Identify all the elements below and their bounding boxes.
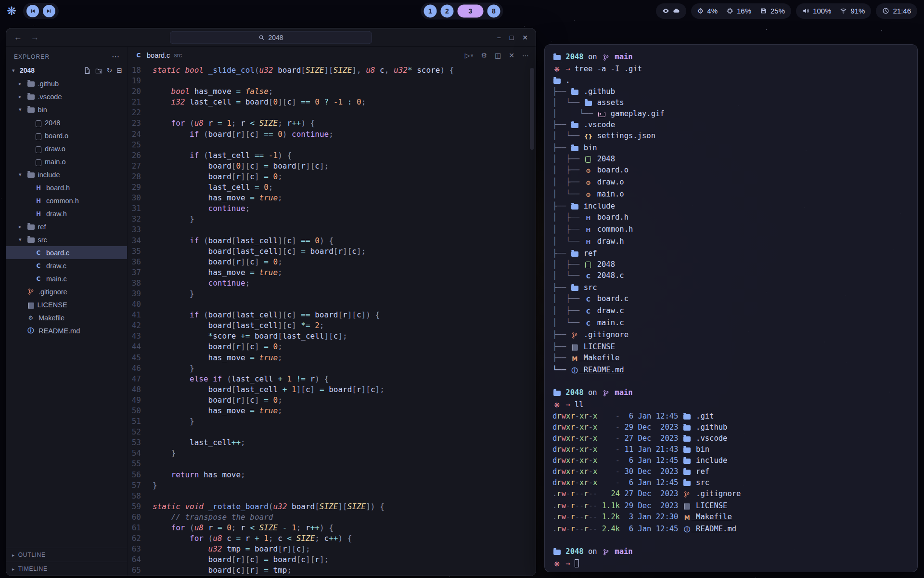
code-text: i32 last_cell = board[0][c] == 0 ? -1 : … [153,97,366,107]
terminal-output: 2048 on main❋ → tree -a -I .git .├── .gi… [552,52,913,570]
tree-item-main.o[interactable]: main.o [6,155,127,168]
scrollbar-thumb[interactable] [530,68,534,150]
close-button[interactable]: ✕ [522,34,528,41]
folder-icon [571,251,578,257]
vscode-window[interactable]: ← → 2048 − □ ✕ EXPLORER ⋯ ▾ 204 [6,28,536,576]
folder-icon [683,425,691,431]
terminal-window[interactable]: 2048 on main❋ → tree -a -I .git .├── .gi… [544,44,918,572]
media-next-button[interactable] [43,5,55,17]
tree-item-main.c[interactable]: Cmain.c [6,272,127,285]
code-line: 30 has_move = true; [128,193,536,203]
code-line: 47 else if (last_cell + 1 != r) { [128,374,536,384]
gear-icon[interactable]: ⚙ [481,52,487,59]
terminal-line: drwxr-xr-x - 29 Dec 2023 .github [552,422,913,433]
code-line: 38 continue; [128,278,536,289]
tree-item-common.h[interactable]: Hcommon.h [6,194,127,207]
code-editor[interactable]: 18static bool _slide_col(u32 board[SIZE]… [128,64,536,576]
terminal-line: │ └── ⚙ main.o [552,189,913,201]
workspace-2[interactable]: 2 [441,4,454,17]
file-icon [36,159,41,166]
split-icon[interactable]: ◫ [495,52,501,59]
branch-icon [602,388,610,399]
editor-column: C board.c src ▷˅⚙◫✕⋯ 18static bool _slid… [128,47,536,576]
back-arrow-button[interactable]: ← [14,33,22,42]
explorer-more-icon[interactable]: ⋯ [112,52,119,61]
line-number: 42 [128,320,153,331]
workspace-1[interactable]: 1 [424,4,437,17]
tree-item-LICENSE[interactable]: LICENSE [6,298,127,311]
clock-widget[interactable]: 21:46 [876,3,917,19]
permissions: drwxr-xr-x [552,467,597,476]
tree-item-label: main.c [46,275,67,283]
explorer-sidebar: EXPLORER ⋯ ▾ 2048 ↻⊟ ▸.github▸.vscode▾bi… [6,47,128,576]
workspace-3[interactable]: 3 [458,4,484,17]
terminal-line: drwxr-xr-x - 6 Jan 12:45 src [552,477,913,488]
m-icon: M [570,354,579,365]
tree-item-README.md[interactable]: ⓘREADME.md [6,324,127,337]
audio-network-widget[interactable]: 100% 91% [796,3,871,19]
exe-file-icon [585,262,591,268]
tree-item-draw.h[interactable]: Hdraw.h [6,207,127,220]
minimize-button[interactable]: − [497,34,501,41]
info-icon: ⓘ [26,327,35,335]
command-center-search[interactable]: 2048 [170,31,372,44]
tree-item-include[interactable]: ▾include [6,168,127,181]
panel-outline[interactable]: ▸OUTLINE [6,548,127,562]
run-icon[interactable]: ▷˅ [465,52,474,59]
forward-arrow-button[interactable]: → [31,33,39,42]
tree-item-2048[interactable]: 2048 [6,116,127,129]
line-number: 43 [128,331,153,342]
code-text: board[c][r] = tmp; [153,565,292,576]
tree-item-label: board.c [46,249,69,257]
system-stats-widget[interactable]: ⚙ 4% 16% 25% [691,3,791,19]
exe-file-icon [585,156,591,163]
speaker-icon [802,7,809,14]
editor-tab-board-c[interactable]: C board.c src [134,52,182,59]
code-line: 28 board[r][c] = 0; [128,171,536,182]
weather-widget[interactable] [656,3,686,19]
new-file-icon[interactable] [84,67,91,74]
code-text: for (u8 r = 0; r < SIZE - 1; r++) { [153,523,334,533]
line-number: 49 [128,395,153,406]
tree-item-.gitignore[interactable]: .gitignore [6,285,127,298]
close-icon[interactable]: ✕ [509,52,514,59]
line-number: 19 [128,76,153,86]
code-line: 37 has_move = true; [128,267,536,278]
new-folder-icon[interactable] [95,67,103,74]
tree-item-draw.c[interactable]: Cdraw.c [6,259,127,272]
tree-item-label: board.o [45,132,68,140]
line-number: 20 [128,86,153,97]
workspace-8[interactable]: 8 [488,4,500,17]
panel-timeline[interactable]: ▸TIMELINE [6,562,127,576]
tree-item-bin[interactable]: ▾bin [6,103,127,116]
terminal-line: ├── .gitignore [552,329,913,342]
line-number: 62 [128,533,153,544]
tree-item-draw.o[interactable]: draw.o [6,142,127,155]
media-prev-button[interactable] [26,5,39,17]
c-file-icon: C [584,294,592,305]
tree-item-.vscode[interactable]: ▸.vscode [6,90,127,103]
tree-item-src[interactable]: ▾src [6,233,127,246]
code-text: if (board[last_cell][c] == 0) { [153,236,334,246]
code-line: 40 [128,299,536,310]
branch-icon [602,53,610,64]
code-line: 34 if (board[last_cell][c] == 0) { [128,236,536,246]
tree-item-.github[interactable]: ▸.github [6,77,127,90]
explorer-root-row[interactable]: ▾ 2048 ↻⊟ [6,64,127,77]
refresh-icon[interactable]: ↻ [107,66,113,74]
maximize-button[interactable]: □ [510,34,513,41]
terminal-line: ├── M Makefile [552,353,913,365]
more-icon[interactable]: ⋯ [522,52,529,59]
tree-item-ref[interactable]: ▸ref [6,220,127,233]
tree-item-board.h[interactable]: Hboard.h [6,181,127,194]
tree-item-board.c[interactable]: Cboard.c [6,246,127,259]
system-logo-icon[interactable]: ❋ [7,5,16,17]
tree-item-board.o[interactable]: board.o [6,129,127,142]
flower-icon: ❋ [552,64,561,75]
line-number: 37 [128,267,153,278]
collapse-all-icon[interactable]: ⊟ [116,66,122,74]
topbar-right: ⚙ 4% 16% 25% 100% [656,3,917,19]
permissions: drwxr-xr-x [552,434,597,443]
tree-item-Makefile[interactable]: ⚙Makefile [6,311,127,324]
line-number: 51 [128,416,153,427]
